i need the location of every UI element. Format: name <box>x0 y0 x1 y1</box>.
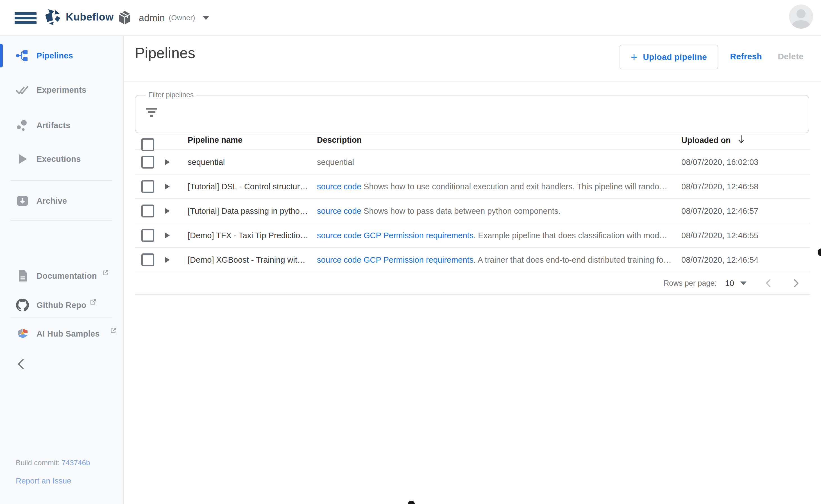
row-checkbox[interactable] <box>141 180 154 193</box>
rows-per-page-caret-icon[interactable] <box>740 281 747 285</box>
namespace-name: admin <box>139 12 165 23</box>
gcp-permission-requirements-link[interactable]: GCP Permission requirements <box>364 255 473 264</box>
row-checkbox[interactable] <box>141 229 154 242</box>
active-indicator <box>0 44 3 67</box>
description-cell: sequential <box>317 157 674 167</box>
pipeline-name-cell[interactable]: sequential <box>188 157 225 167</box>
expand-row-caret-icon[interactable] <box>165 159 170 165</box>
avatar-silhouette <box>797 9 806 18</box>
filter-icon <box>146 108 158 120</box>
sidebar-item-label: Archive <box>37 196 67 206</box>
expand-row-caret-icon[interactable] <box>165 257 170 263</box>
expand-row-caret-icon[interactable] <box>165 233 170 238</box>
upload-pipeline-button[interactable]: + Upload pipeline <box>620 45 718 69</box>
uploaded-on-cell: 08/07/2020, 12:46:55 <box>681 231 758 240</box>
table-row[interactable]: [Tutorial] DSL - Control structur… sourc… <box>135 174 810 199</box>
namespace-caret-icon <box>203 16 209 20</box>
refresh-button[interactable]: Refresh <box>730 45 762 68</box>
header-divider <box>123 81 821 82</box>
table-body: sequential sequential 08/07/2020, 16:02:… <box>135 150 810 272</box>
pipelines-icon <box>16 49 29 62</box>
build-commit-link[interactable]: 743746b <box>62 458 90 467</box>
pipeline-name-cell[interactable]: [Demo] TFX - Taxi Tip Predictio… <box>188 231 308 240</box>
namespace-role: (Owner) <box>169 13 195 22</box>
source-code-link[interactable]: source code <box>317 255 361 264</box>
sidebar-item-label: Experiments <box>37 85 86 95</box>
pipeline-name-cell[interactable]: [Tutorial] Data passing in pytho… <box>188 206 308 215</box>
sidebar-divider <box>11 317 112 317</box>
report-issue-link[interactable]: Report an Issue <box>16 476 71 485</box>
filter-pipelines-field[interactable]: Filter pipelines <box>135 95 809 133</box>
expand-row-caret-icon[interactable] <box>165 208 170 214</box>
description-text: . A trainer that does end-to-end distrib… <box>473 255 671 264</box>
sidebar-item-archive[interactable]: Archive <box>0 189 123 213</box>
sidebar-item-label: Artifacts <box>37 121 70 130</box>
table-row[interactable]: sequential sequential 08/07/2020, 16:02:… <box>135 150 810 174</box>
description-text: . Example pipeline that does classificat… <box>473 231 667 240</box>
sidebar-nav: Pipelines Experiments Artifacts Executio… <box>0 35 124 504</box>
gcp-permission-requirements-link[interactable]: GCP Permission requirements <box>364 231 473 240</box>
executions-icon <box>16 152 29 166</box>
archive-icon <box>16 194 29 208</box>
column-header-pipeline-name: Pipeline name <box>188 135 242 145</box>
select-all-checkbox[interactable] <box>141 138 154 151</box>
uploaded-on-cell: 08/07/2020, 12:46:57 <box>681 206 758 215</box>
sidebar-item-experiments[interactable]: Experiments <box>0 78 123 102</box>
sidebar-item-artifacts[interactable]: Artifacts <box>0 113 123 137</box>
row-checkbox[interactable] <box>141 205 154 217</box>
row-checkbox[interactable] <box>141 156 154 169</box>
pipeline-name-cell[interactable]: [Demo] XGBoost - Training wit… <box>188 255 305 264</box>
source-code-link[interactable]: source code <box>317 231 361 240</box>
namespace-selector[interactable]: admin (Owner) <box>118 8 209 27</box>
sidebar-item-label: AI Hub Samples <box>37 329 100 339</box>
github-icon <box>16 298 29 312</box>
uploaded-on-cell: 08/07/2020, 12:46:54 <box>681 255 758 264</box>
user-avatar[interactable] <box>789 4 813 29</box>
kubeflow-brand: Kubeflow <box>44 8 114 26</box>
external-link-icon <box>102 269 109 276</box>
document-icon <box>16 269 29 283</box>
table-row[interactable]: [Demo] XGBoost - Training wit… source co… <box>135 248 810 272</box>
chevron-left-icon <box>19 360 23 369</box>
next-page-button[interactable] <box>790 278 802 289</box>
namespace-cube-icon <box>118 10 131 25</box>
description-text: sequential <box>317 157 354 166</box>
brand-name: Kubeflow <box>66 11 114 23</box>
kubeflow-logo-icon <box>44 8 61 26</box>
page-title: Pipelines <box>135 44 195 62</box>
description-cell: source code GCP Permission requirements.… <box>317 231 674 240</box>
delete-button[interactable]: Delete <box>778 45 804 68</box>
external-link-icon <box>110 327 117 334</box>
sidebar-item-github-repo[interactable]: Github Repo <box>0 293 123 317</box>
table-row[interactable]: [Tutorial] Data passing in pytho… source… <box>135 199 810 223</box>
description-cell: source code GCP Permission requirements.… <box>317 255 674 264</box>
sidebar-item-executions[interactable]: Executions <box>0 147 123 171</box>
external-link-icon <box>89 298 97 306</box>
sidebar-item-pipelines[interactable]: Pipelines <box>0 44 123 67</box>
description-text <box>361 255 364 264</box>
uploaded-on-cell: 08/07/2020, 12:46:58 <box>681 182 758 191</box>
sidebar-item-label: Pipelines <box>37 51 73 60</box>
table-row[interactable]: [Demo] TFX - Taxi Tip Predictio… source … <box>135 223 810 248</box>
pagination-bar: Rows per page: 10 <box>135 272 810 295</box>
column-header-uploaded-on[interactable]: Uploaded on <box>681 135 745 145</box>
hamburger-menu-icon[interactable] <box>15 12 37 24</box>
row-checkbox[interactable] <box>141 253 154 266</box>
experiments-icon <box>16 83 29 97</box>
description-cell: source code Shows how to pass data betwe… <box>317 206 674 215</box>
expand-row-caret-icon[interactable] <box>165 184 170 189</box>
build-commit: Build commit: 743746b <box>16 458 90 467</box>
previous-page-button[interactable] <box>763 278 774 289</box>
source-code-link[interactable]: source code <box>317 182 361 191</box>
collapse-sidebar-button[interactable] <box>13 356 30 373</box>
artifacts-icon <box>16 119 29 132</box>
sidebar-item-documentation[interactable]: Documentation <box>0 264 123 288</box>
rows-per-page-value[interactable]: 10 <box>725 279 734 288</box>
pipeline-name-cell[interactable]: [Tutorial] DSL - Control structur… <box>188 182 308 191</box>
top-app-bar: Kubeflow admin (Owner) <box>0 0 821 36</box>
sidebar-item-ai-hub-samples[interactable]: AI Hub Samples <box>0 322 123 346</box>
source-code-link[interactable]: source code <box>317 206 361 215</box>
sidebar-divider <box>11 180 112 181</box>
plus-icon: + <box>631 51 637 63</box>
filter-input[interactable] <box>165 104 795 124</box>
